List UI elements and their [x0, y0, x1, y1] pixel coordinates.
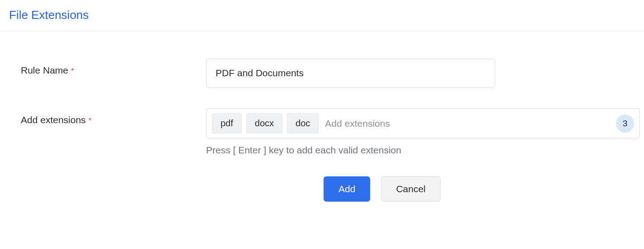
- rule-name-control-col: [206, 59, 635, 88]
- extensions-input[interactable]: [323, 115, 611, 133]
- rule-name-row: Rule Name *: [21, 59, 635, 88]
- extension-tag[interactable]: pdf: [212, 113, 242, 134]
- page-title: File Extensions: [9, 8, 635, 22]
- required-mark: *: [89, 117, 91, 124]
- extensions-row: Add extensions * pdf docx doc 3 Press [ …: [21, 108, 635, 156]
- form-area: Rule Name * Add extensions * pdf docx do…: [0, 32, 644, 220]
- extensions-hint: Press [ Enter ] key to add each valid ex…: [206, 145, 640, 156]
- extensions-label-col: Add extensions *: [21, 108, 206, 125]
- cancel-button[interactable]: Cancel: [381, 176, 440, 202]
- extensions-tag-input[interactable]: pdf docx doc 3: [206, 108, 640, 138]
- extensions-control-col: pdf docx doc 3 Press [ Enter ] key to ad…: [206, 108, 640, 156]
- page-header: File Extensions: [0, 0, 644, 32]
- required-mark: *: [71, 67, 74, 75]
- rule-name-label-col: Rule Name *: [21, 59, 206, 76]
- extension-tag[interactable]: docx: [246, 113, 282, 134]
- extensions-count-badge: 3: [616, 115, 634, 133]
- extension-tag[interactable]: doc: [287, 113, 319, 134]
- extensions-label: Add extensions: [21, 115, 86, 125]
- button-row: Add Cancel: [324, 176, 635, 202]
- rule-name-input[interactable]: [206, 59, 495, 88]
- add-button[interactable]: Add: [324, 176, 370, 202]
- rule-name-label: Rule Name: [21, 65, 68, 75]
